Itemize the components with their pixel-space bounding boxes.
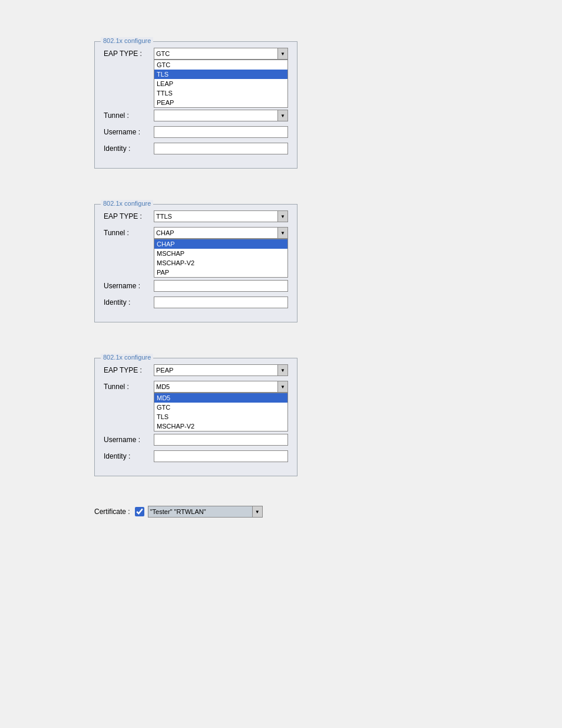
- identity-input-2[interactable]: [154, 297, 288, 308]
- tunnel-value-3[interactable]: MD5: [154, 381, 288, 393]
- tunnel-option-pap[interactable]: PAP: [154, 268, 287, 277]
- tunnel-option-chap[interactable]: CHAP: [154, 239, 287, 249]
- eap-type-arrow-3[interactable]: ▼: [277, 364, 288, 376]
- tunnel-arrow-3[interactable]: ▼: [277, 381, 288, 393]
- identity-control-1: [154, 143, 288, 154]
- page-container: 802.1x configure EAP TYPE : GTC ▼ GTC TL…: [0, 0, 562, 529]
- certificate-label: Certificate :: [94, 508, 130, 516]
- identity-row-2: Identity :: [104, 297, 288, 308]
- config-box-2-title: 802.1x configure: [101, 200, 153, 207]
- eap-option-tls[interactable]: TLS: [154, 70, 287, 79]
- eap-type-value-3[interactable]: PEAP: [154, 364, 288, 376]
- username-label-3: Username :: [104, 436, 154, 444]
- username-row-1: Username :: [104, 126, 288, 138]
- eap-type-label-2: EAP TYPE :: [104, 212, 154, 220]
- identity-control-2: [154, 297, 288, 308]
- tunnel-control-3: MD5 ▼ MD5 GTC TLS MSCHAP-V2: [154, 381, 288, 393]
- config-box-3-title: 802.1x configure: [101, 354, 153, 361]
- tunnel-label-3: Tunnel :: [104, 383, 154, 391]
- eap-type-value-1[interactable]: GTC: [154, 48, 288, 60]
- eap-type-row-2: EAP TYPE : TTLS ▼: [104, 210, 288, 222]
- eap-option-peap[interactable]: PEAP: [154, 98, 287, 107]
- eap-type-control-1: GTC ▼ GTC TLS LEAP TTLS PEAP: [154, 48, 288, 60]
- tunnel-arrow-1[interactable]: ▼: [277, 110, 288, 121]
- certificate-value[interactable]: "Tester" "RTWLAN": [148, 506, 263, 518]
- username-row-2: Username :: [104, 280, 288, 292]
- tunnel-option-tls-3[interactable]: TLS: [154, 412, 287, 421]
- username-row-3: Username :: [104, 434, 288, 446]
- tunnel-row-1: Tunnel : ▼: [104, 110, 288, 121]
- eap-option-ttls[interactable]: TTLS: [154, 88, 287, 98]
- username-input-3[interactable]: [154, 434, 288, 446]
- identity-label-2: Identity :: [104, 298, 154, 307]
- username-label-1: Username :: [104, 128, 154, 136]
- eap-type-arrow-1[interactable]: ▼: [277, 48, 288, 60]
- eap-type-row-3: EAP TYPE : PEAP ▼: [104, 364, 288, 376]
- tunnel-control-1: ▼: [154, 110, 288, 121]
- identity-row-3: Identity :: [104, 450, 288, 462]
- tunnel-value-2[interactable]: CHAP: [154, 227, 288, 239]
- eap-type-value-2[interactable]: TTLS: [154, 210, 288, 222]
- tunnel-row-3: Tunnel : MD5 ▼ MD5 GTC TLS MSCHAP-V2: [104, 381, 288, 393]
- username-control-3: [154, 434, 288, 446]
- tunnel-value-1[interactable]: [154, 110, 288, 121]
- tunnel-option-gtc-3[interactable]: GTC: [154, 403, 287, 412]
- eap-type-label-1: EAP TYPE :: [104, 50, 154, 58]
- tunnel-option-mschapv2-3[interactable]: MSCHAP-V2: [154, 421, 287, 431]
- identity-control-3: [154, 450, 288, 462]
- tunnel-label-2: Tunnel :: [104, 229, 154, 237]
- certificate-section: Certificate : "Tester" "RTWLAN" ▼: [94, 506, 550, 518]
- tunnel-control-2: CHAP ▼ CHAP MSCHAP MSCHAP-V2 PAP: [154, 227, 288, 239]
- identity-label-3: Identity :: [104, 452, 154, 460]
- eap-type-arrow-2[interactable]: ▼: [277, 210, 288, 222]
- identity-input-3[interactable]: [154, 450, 288, 462]
- username-control-1: [154, 126, 288, 138]
- tunnel-option-mschap[interactable]: MSCHAP: [154, 249, 287, 258]
- config-box-1: 802.1x configure EAP TYPE : GTC ▼ GTC TL…: [94, 41, 297, 169]
- eap-type-control-2: TTLS ▼: [154, 210, 288, 222]
- identity-input-1[interactable]: [154, 143, 288, 154]
- username-input-2[interactable]: [154, 280, 288, 292]
- identity-label-1: Identity :: [104, 144, 154, 153]
- username-label-2: Username :: [104, 282, 154, 290]
- tunnel-label-1: Tunnel :: [104, 111, 154, 120]
- username-control-2: [154, 280, 288, 292]
- tunnel-option-md5[interactable]: MD5: [154, 393, 287, 403]
- eap-option-leap[interactable]: LEAP: [154, 79, 287, 88]
- certificate-select-wrapper: "Tester" "RTWLAN" ▼: [148, 506, 263, 518]
- identity-row-1: Identity :: [104, 143, 288, 154]
- tunnel-row-2: Tunnel : CHAP ▼ CHAP MSCHAP MSCHAP-V2 PA…: [104, 227, 288, 239]
- certificate-checkbox[interactable]: [135, 507, 144, 516]
- tunnel-dropdown-3[interactable]: MD5 GTC TLS MSCHAP-V2: [154, 393, 288, 431]
- eap-type-label-3: EAP TYPE :: [104, 366, 154, 374]
- eap-type-row-1: EAP TYPE : GTC ▼ GTC TLS LEAP TTLS PEAP: [104, 48, 288, 60]
- tunnel-option-mschapv2[interactable]: MSCHAP-V2: [154, 258, 287, 268]
- config-box-1-title: 802.1x configure: [101, 37, 153, 44]
- config-box-3: 802.1x configure EAP TYPE : PEAP ▼ Tunne…: [94, 358, 297, 476]
- eap-type-dropdown-1[interactable]: GTC TLS LEAP TTLS PEAP: [154, 60, 288, 108]
- eap-type-control-3: PEAP ▼: [154, 364, 288, 376]
- tunnel-arrow-2[interactable]: ▼: [277, 227, 288, 239]
- tunnel-dropdown-2[interactable]: CHAP MSCHAP MSCHAP-V2 PAP: [154, 239, 288, 278]
- config-box-2: 802.1x configure EAP TYPE : TTLS ▼ Tunne…: [94, 204, 297, 322]
- eap-option-gtc[interactable]: GTC: [154, 60, 287, 70]
- username-input-1[interactable]: [154, 126, 288, 138]
